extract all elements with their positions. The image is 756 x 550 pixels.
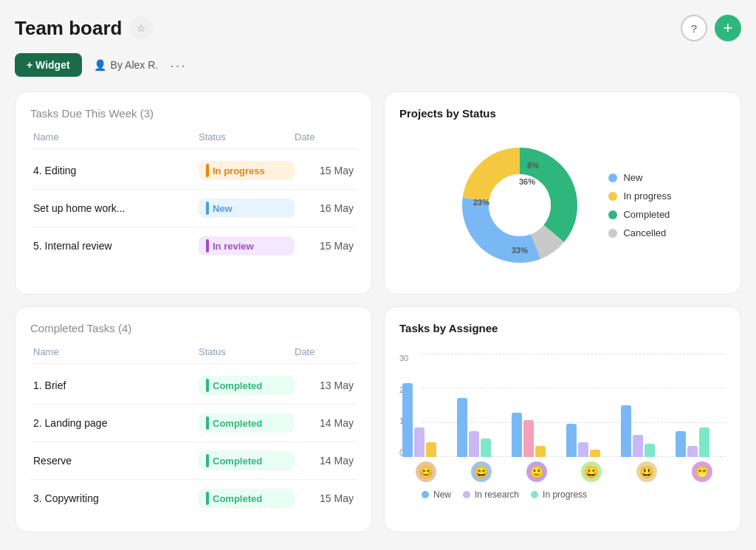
legend-dot-completed [608, 210, 617, 219]
bar-chart-area: 30 20 10 0 😊😄🙂😀😃😁 New [399, 346, 726, 500]
completed-tasks-header: Name Status Date [30, 346, 357, 364]
bar [621, 405, 631, 457]
bar-legend: New In research In progress [399, 489, 726, 500]
help-button[interactable]: ? [681, 15, 707, 41]
bar-legend-dot [531, 491, 538, 498]
status-badge: Completed [199, 451, 295, 470]
table-row: 5. Internal review In review 15 May [30, 227, 357, 264]
bar [578, 442, 588, 457]
completed-col-date: Date [295, 346, 354, 357]
row-task-name: 1. Brief [33, 379, 199, 391]
row-date: 13 May [295, 379, 354, 391]
status-label: Completed [213, 456, 262, 467]
avatar: 😄 [458, 461, 506, 482]
bar-groups [399, 354, 726, 457]
status-label: New [213, 203, 233, 214]
legend-dot-inprogress [608, 192, 617, 201]
bar-legend-dot [463, 491, 470, 498]
page-title: Team board [15, 17, 122, 40]
legend-completed: Completed [608, 209, 671, 220]
status-label: Completed [213, 418, 262, 429]
bar [512, 413, 522, 457]
completed-tasks-card: Completed Tasks (4) Name Status Date 1. … [15, 306, 372, 532]
pct-label-completed: 36% [519, 177, 535, 186]
row-task-name: Set up home work... [33, 202, 199, 214]
donut-chart-area: 36% 23% 33% 8% New In progress Complete [399, 131, 726, 279]
bar [481, 439, 491, 457]
row-date: 14 May [295, 417, 354, 429]
status-dot [206, 239, 209, 252]
table-row: Reserve Completed 14 May [30, 442, 357, 480]
status-dot [206, 164, 209, 177]
bar [402, 383, 413, 457]
more-options-button[interactable]: ··· [170, 57, 187, 74]
toolbar: + Widget 👤 By Alex R. ··· [15, 53, 741, 77]
plus-icon: + [724, 18, 733, 38]
bar [590, 450, 600, 457]
row-date: 15 May [295, 165, 354, 176]
by-user: 👤 By Alex R. [94, 59, 159, 71]
avatar-image: 🙂 [526, 461, 547, 482]
bar [469, 431, 479, 457]
bar-group [676, 427, 723, 457]
bar-legend-item: In progress [531, 489, 587, 500]
col-date-label: Date [295, 131, 354, 142]
bar [633, 435, 643, 457]
tasks-due-rows: 4. Editing In progress 15 May Set up hom… [30, 152, 357, 264]
avatar: 😊 [402, 461, 450, 482]
legend-dot-cancelled [608, 229, 617, 238]
legend-inprogress: In progress [608, 190, 671, 202]
row-date: 15 May [295, 240, 354, 252]
row-date: 15 May [295, 492, 354, 504]
bar-legend-label: In progress [543, 489, 587, 500]
row-task-name: Reserve [33, 455, 199, 467]
user-name: By Alex R. [111, 59, 159, 71]
status-dot [206, 454, 209, 467]
avatar-image: 😃 [636, 461, 657, 482]
legend-cancelled: Cancelled [608, 227, 671, 238]
bar [414, 427, 425, 457]
avatar-image: 😊 [416, 461, 436, 482]
avatar: 🙂 [512, 461, 560, 482]
bar-legend-item: In research [463, 489, 519, 500]
completed-rows: 1. Brief Completed 13 May 2. Landing pag… [30, 367, 357, 517]
donut-svg: 36% 23% 33% 8% [453, 139, 586, 272]
header-right: ? + [681, 15, 741, 41]
pct-label-inprogress: 23% [473, 198, 489, 207]
row-task-name: 3. Copywriting [33, 492, 199, 504]
add-button[interactable]: + [715, 15, 741, 41]
avatar: 😃 [623, 461, 671, 482]
bar-group [566, 424, 614, 457]
legend-new: New [608, 172, 671, 183]
status-label: Completed [213, 380, 262, 391]
completed-col-status: Status [199, 346, 295, 357]
tasks-due-title: Tasks Due This Week (3) [30, 107, 357, 120]
pct-label-cancelled: 8% [528, 161, 540, 170]
status-dot [206, 416, 209, 430]
question-icon: ? [691, 22, 697, 35]
add-widget-button[interactable]: + Widget [15, 53, 82, 77]
donut-chart: 36% 23% 33% 8% [453, 139, 586, 272]
status-dot [206, 492, 209, 505]
legend-label-completed: Completed [623, 209, 670, 220]
bar-group [512, 413, 559, 457]
bar [699, 427, 709, 457]
row-task-name: 2. Landing page [33, 417, 199, 429]
pin-icon[interactable]: ☆ [129, 16, 153, 40]
bar [676, 431, 686, 457]
legend-label-cancelled: Cancelled [623, 227, 666, 238]
bar-group [457, 398, 504, 457]
legend-label-new: New [623, 172, 642, 183]
bar-legend-dot [422, 491, 429, 498]
page-header: Team board ☆ ? + [15, 15, 741, 41]
tasks-due-header: Name Status Date [30, 131, 357, 149]
row-task-name: 4. Editing [33, 165, 199, 176]
status-badge: In review [199, 236, 295, 255]
bar [535, 446, 546, 457]
bar [645, 444, 655, 457]
bar [457, 398, 467, 457]
bar [566, 424, 577, 457]
assignee-title: Tasks by Assignee [399, 322, 726, 334]
projects-by-status-card: Projects by Status 36% 23% [384, 92, 741, 295]
avatar: 😁 [678, 461, 726, 482]
